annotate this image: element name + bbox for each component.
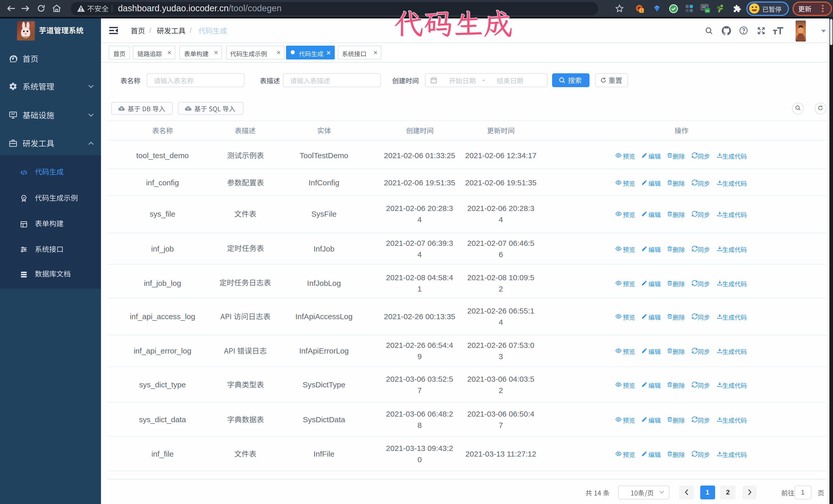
svg-text:on: on: [706, 9, 709, 13]
svg-text:1: 1: [641, 8, 643, 13]
